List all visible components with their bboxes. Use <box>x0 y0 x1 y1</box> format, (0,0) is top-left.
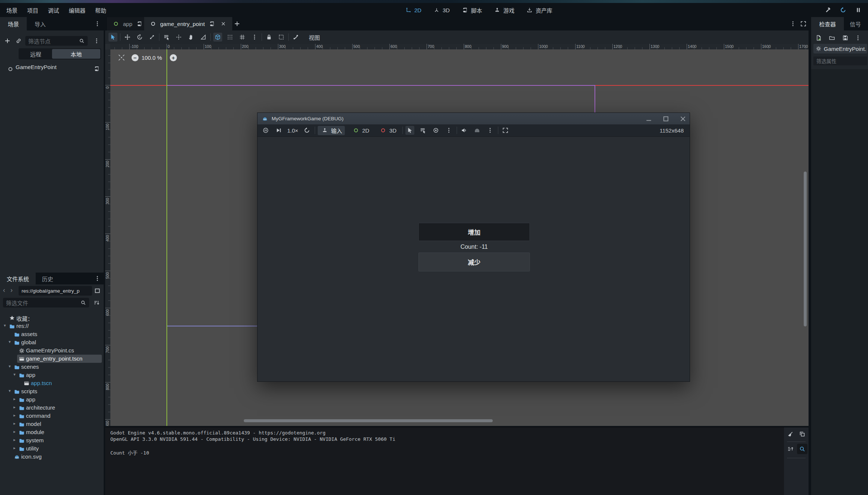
tab-close-icon[interactable] <box>219 19 228 28</box>
camera-options-menu[interactable] <box>486 126 495 135</box>
zoom-out-button[interactable]: − <box>132 54 139 61</box>
new-scene-tab-button[interactable] <box>233 19 242 28</box>
tab-inspector[interactable]: 检查器 <box>811 17 844 30</box>
tab-gep-script-icon[interactable] <box>207 19 216 28</box>
clear-output-button[interactable] <box>786 430 795 439</box>
chevron-down-icon[interactable]: ▾ <box>7 388 12 393</box>
file-tree-item[interactable]: ▾global <box>0 338 104 346</box>
search-output-button[interactable] <box>797 444 807 454</box>
window-maximize-button[interactable] <box>662 115 670 123</box>
menu-item-3[interactable]: 编辑器 <box>64 3 90 17</box>
load-resource-button[interactable] <box>827 33 836 42</box>
menu-item-4[interactable]: 帮助 <box>90 3 111 17</box>
chevron-down-icon[interactable]: ▾ <box>3 323 7 328</box>
chevron-down-icon[interactable]: ▾ <box>7 339 12 344</box>
camera-override-button[interactable] <box>473 126 482 135</box>
local-toggle[interactable]: 本地 <box>52 49 100 59</box>
time-scale-label[interactable]: 1.0× <box>287 127 298 134</box>
debug-2d-toggle[interactable]: 2D <box>349 126 372 135</box>
output-log[interactable]: Godot Engine v4.6.stable.mono.official.8… <box>110 430 716 456</box>
scale-tool-button[interactable] <box>148 33 156 42</box>
file-tree-item[interactable]: 收藏： <box>0 314 104 322</box>
file-tree-item[interactable]: ▾scripts <box>0 387 104 395</box>
chevron-right-icon[interactable]: ▸ <box>12 421 17 426</box>
chevron-right-icon[interactable]: ▸ <box>12 397 17 401</box>
zoom-in-button[interactable]: + <box>170 54 177 61</box>
history-forward-button[interactable]: › <box>10 286 13 294</box>
distraction-free-button[interactable] <box>799 19 808 28</box>
sort-files-icon[interactable] <box>92 298 101 307</box>
chevron-right-icon[interactable]: ▸ <box>12 413 17 418</box>
chevron-right-icon[interactable]: ▸ <box>12 405 17 410</box>
position-tool-button[interactable] <box>174 33 183 42</box>
game-window[interactable]: MyGFrameworkGame (DEBUG) 1.0× 输入 2D 3D <box>257 113 690 382</box>
smart-snap-toggle[interactable] <box>213 33 222 42</box>
input-mode-toggle[interactable]: 输入 <box>318 126 345 135</box>
restart-game-button[interactable] <box>302 126 311 135</box>
tab-signals[interactable]: 信号 <box>844 17 867 30</box>
file-filter-input[interactable]: 筛选文件 <box>3 298 89 307</box>
workspace-游戏[interactable]: 游戏 <box>492 6 516 14</box>
file-tree-item[interactable]: ▸architecture <box>0 404 104 412</box>
file-tree-item[interactable]: ▸app <box>0 395 104 404</box>
scene-dock-menu-icon[interactable] <box>93 19 102 28</box>
file-tree-item[interactable]: ▸utility <box>0 444 104 453</box>
filesystem-menu-icon[interactable] <box>93 274 102 283</box>
file-tree-item[interactable]: ▾res:// <box>0 322 104 330</box>
window-minimize-button[interactable] <box>645 115 652 123</box>
workspace-脚本[interactable]: 脚本 <box>460 6 483 14</box>
grid-toggle[interactable] <box>238 33 247 42</box>
horizontal-scrollbar[interactable] <box>244 419 493 422</box>
scene-tree-root-node[interactable]: GameEntryPoint <box>0 62 104 73</box>
file-tree-item[interactable]: GameEntryPoint.cs <box>0 346 104 355</box>
mute-audio-button[interactable] <box>460 126 469 135</box>
workspace-资产库[interactable]: 资产库 <box>525 6 554 14</box>
remote-toggle[interactable]: 远程 <box>19 49 52 59</box>
suspend-game-button[interactable] <box>261 126 270 135</box>
increase-button[interactable]: 增加 <box>418 223 530 241</box>
center-view-icon[interactable] <box>117 53 126 62</box>
file-tree-item[interactable]: assets <box>0 330 104 338</box>
chevron-down-icon[interactable]: ▾ <box>12 372 17 377</box>
scene-tab-game-entry-point[interactable]: game_entry_point <box>144 17 232 30</box>
picking-mode-button[interactable] <box>431 126 440 135</box>
decrease-button[interactable]: 减少 <box>418 253 530 271</box>
game-list-select-button[interactable] <box>418 126 427 135</box>
tab-app-script-icon[interactable] <box>135 19 144 28</box>
build-button[interactable] <box>823 6 832 14</box>
select-tool-button[interactable] <box>108 33 117 42</box>
save-resource-button[interactable] <box>841 33 850 42</box>
add-node-button[interactable] <box>3 36 12 45</box>
menu-item-1[interactable]: 项目 <box>22 3 43 17</box>
instance-scene-button[interactable] <box>14 36 23 45</box>
pause-run-button[interactable] <box>854 6 863 14</box>
file-tree-item[interactable]: game_entry_point.tscn <box>0 355 104 363</box>
file-tree-item[interactable]: ▸model <box>0 420 104 428</box>
chevron-right-icon[interactable]: ▸ <box>12 437 17 442</box>
rotate-tool-button[interactable] <box>135 33 144 42</box>
chevron-right-icon[interactable]: ▸ <box>12 446 17 450</box>
tab-filesystem[interactable]: 文件系统 <box>0 273 36 284</box>
scene-tree-menu-button[interactable] <box>92 36 101 45</box>
workspace-3D[interactable]: 3D <box>432 6 451 14</box>
file-tree-item[interactable]: ▸system <box>0 436 104 444</box>
scene-filter-input[interactable]: 筛选节点 <box>25 36 88 46</box>
chevron-right-icon[interactable]: ▸ <box>12 429 17 434</box>
window-close-button[interactable] <box>679 115 687 123</box>
toggle-split-icon[interactable] <box>93 286 102 295</box>
new-resource-button[interactable] <box>814 33 823 42</box>
file-tree-item[interactable]: ▸command <box>0 412 104 420</box>
path-field[interactable]: res://global/game_entry_p <box>19 286 92 296</box>
history-back-button[interactable]: ‹ <box>3 286 5 294</box>
inspected-node-row[interactable]: GameEntryPoint. <box>813 44 867 53</box>
ruler-tool-button[interactable] <box>199 33 208 42</box>
inspector-menu-button[interactable] <box>854 33 862 42</box>
menu-item-2[interactable]: 调试 <box>43 3 64 17</box>
workspace-2D[interactable]: 2D <box>404 6 423 14</box>
list-select-tool-button[interactable] <box>162 33 171 42</box>
tab-history[interactable]: 历史 <box>36 273 59 284</box>
chevron-down-icon[interactable]: ▾ <box>7 364 12 369</box>
file-tree-item[interactable]: ▾scenes <box>0 363 104 371</box>
vertical-scrollbar[interactable] <box>804 172 807 326</box>
next-frame-button[interactable] <box>274 126 283 135</box>
